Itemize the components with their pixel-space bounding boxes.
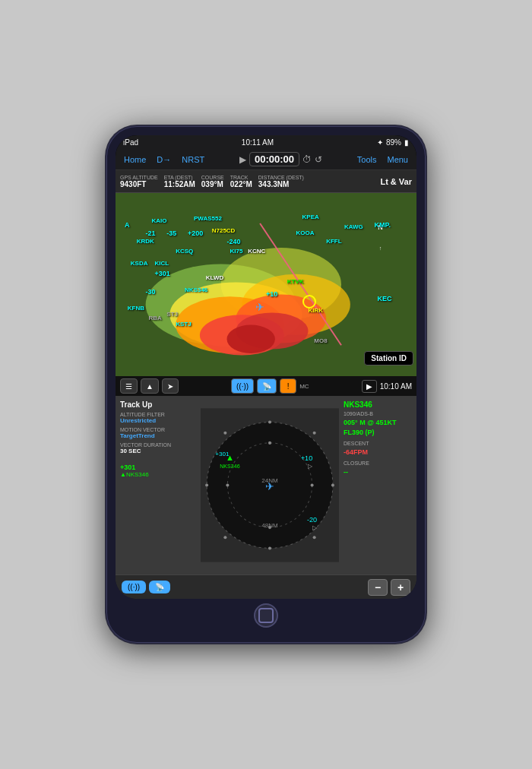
location-btn[interactable]: ➤: [162, 378, 179, 394]
svg-point-9: [227, 325, 275, 353]
map-bottom-bar: ☰ ▲ ➤ ((·)) 📡 ! MC ▶ 10:10 AM: [116, 376, 416, 396]
warn-map-btn[interactable]: !: [280, 378, 296, 394]
distance-value: 343.3NM: [258, 180, 290, 188]
svg-point-19: [226, 483, 229, 486]
motion-vector-label: MOTION VECTOR: [120, 427, 196, 432]
status-time: 10:11 AM: [242, 138, 274, 147]
svg-text:-20: -20: [307, 516, 317, 524]
home-nav-btn[interactable]: Home: [120, 153, 150, 166]
svg-point-25: [223, 432, 226, 435]
alt-label-left: A: [125, 221, 130, 229]
flight-data-bar: GPS ALTITUDE 9430FT ETA (DEST) 11:52AM C…: [116, 170, 416, 193]
station-id-badge[interactable]: Station ID: [364, 351, 413, 366]
altitude-filter-row: ALTITUDE FILTER Unrestricted: [120, 412, 196, 424]
motion-vector-row: MOTION VECTOR TargetTrend: [120, 427, 196, 439]
altitude-filter-label: ALTITUDE FILTER: [120, 412, 196, 417]
alt-label-30: -30: [146, 288, 156, 296]
home-button[interactable]: [254, 603, 278, 628]
bt-right: − +: [368, 579, 410, 596]
alt-label-301: +301: [154, 270, 169, 277]
target-id-left: +301: [120, 464, 135, 471]
home-button-inner: [258, 608, 274, 623]
track-up-label: Track Up: [120, 400, 196, 409]
wind-value: Lt & Var: [380, 177, 412, 186]
device-screen: iPad 10:11 AM ✦ 89% ▮ Home D→ NRST ▶ 00:…: [116, 135, 416, 599]
radar-target-label: +301 ▲NKS346: [120, 464, 196, 478]
alt-label-35: -35: [166, 229, 176, 237]
eta-item: ETA (DEST) 11:52AM: [164, 175, 195, 188]
vector-duration-value: 30 SEC: [120, 448, 196, 454]
zoom-plus-btn[interactable]: +: [391, 579, 410, 596]
closure-label: CLOSURE: [344, 460, 412, 466]
tower-btn[interactable]: 📡: [149, 581, 170, 593]
device-model: iPad: [123, 138, 138, 147]
gps-altitude-label: GPS ALTITUDE: [120, 175, 158, 180]
motion-vector-value: TargetTrend: [120, 432, 196, 439]
distance-item: DISTANCE (DEST) 343.3NM: [258, 175, 304, 188]
track-label: TRACK: [230, 175, 249, 180]
refresh-icon: ↺: [315, 154, 322, 165]
descent-label: DESCENT: [344, 441, 412, 446]
svg-point-27: [223, 536, 226, 539]
timer-area: ▶ 00:00:00 ⏱ ↺: [211, 152, 350, 166]
battery-percent: 89%: [386, 138, 401, 147]
eta-value: 11:52AM: [164, 180, 195, 188]
zoom-minus-btn[interactable]: −: [368, 579, 388, 596]
play-icon[interactable]: ▶: [239, 154, 246, 165]
descent-value: -64FPM: [344, 448, 412, 456]
adsb-map-btn[interactable]: ((·)): [231, 378, 254, 394]
bottom-toolbar: ((·)) 📡 − +: [116, 574, 416, 599]
alt-label-21: -21: [146, 229, 156, 237]
clock-icon: ⏱: [302, 154, 312, 165]
svg-point-21: [268, 421, 271, 424]
course-label: COURSE: [201, 175, 224, 180]
layers-btn[interactable]: ☰: [120, 378, 138, 394]
alt-label-kec: KEC: [378, 295, 392, 302]
vector-duration-row: VECTOR DURATION 30 SEC: [120, 442, 196, 454]
timer-display: 00:00:00: [249, 152, 299, 166]
map-time-text: 10:10 AM: [380, 382, 412, 391]
adsb-btn[interactable]: ((·)): [122, 581, 146, 593]
radar-display-area: Track Up ALTITUDE FILTER Unrestricted MO…: [116, 396, 416, 574]
svg-text:+10: +10: [301, 454, 312, 462]
svg-text:▷: ▷: [312, 524, 318, 531]
tower-map-btn[interactable]: 📡: [257, 378, 277, 394]
direct-nav-btn[interactable]: D→: [153, 153, 175, 166]
svg-point-17: [268, 441, 271, 445]
aircraft-id: NKS346: [344, 400, 412, 409]
nav-bar: Home D→ NRST ▶ 00:00:00 ⏱ ↺ Tools Menu: [116, 149, 416, 170]
transponder: 1090/ADS-B: [344, 411, 412, 416]
battery-icon: ▮: [404, 138, 409, 147]
vector-duration-label: VECTOR DURATION: [120, 442, 196, 448]
radar-circle-svg: 24NM 48NM ✈ ▲ NKS346 +301 -20 ▷ +10: [201, 400, 339, 570]
bt-left: ((·)) 📡: [122, 581, 170, 593]
bluetooth-icon: ✦: [377, 138, 383, 147]
alt-label-200: +200: [188, 229, 203, 237]
mc-label: MC: [299, 383, 309, 390]
distance-label: DISTANCE (DEST): [258, 175, 304, 180]
closure-value: --: [344, 468, 412, 476]
alt-label-240: -240: [227, 238, 241, 245]
bottom-section: Track Up ALTITUDE FILTER Unrestricted MO…: [116, 396, 416, 599]
menu-nav-btn[interactable]: Menu: [383, 153, 412, 166]
alt-label-kmp: KMP.: [375, 221, 391, 229]
right-panel: NKS346 1090/ADS-B 005° M @ 451KT FL390 (…: [344, 400, 412, 570]
ipad-device: iPad 10:11 AM ✦ 89% ▮ Home D→ NRST ▶ 00:…: [106, 126, 426, 643]
svg-text:48NM: 48NM: [261, 522, 278, 529]
svg-text:▷: ▷: [308, 463, 313, 470]
tools-nav-btn[interactable]: Tools: [353, 153, 381, 166]
kirk-circle: [302, 295, 316, 309]
gps-altitude-value: 9430FT: [120, 180, 146, 188]
nks346-label-left: ▲NKS346: [120, 471, 149, 478]
play-map-btn[interactable]: ▶: [362, 380, 377, 393]
svg-text:+301: +301: [215, 451, 230, 457]
mo8-label: MO8: [314, 337, 327, 344]
course-item: COURSE 039°M: [201, 175, 224, 188]
ac-bearing: 005° M @ 451KT: [344, 419, 412, 426]
up-btn[interactable]: ▲: [141, 378, 159, 394]
svg-text:✈: ✈: [255, 301, 264, 313]
map-area[interactable]: ✈ N ↑ KAIO KRDK KSDA KICL KFNB KCSQ KCNC…: [116, 193, 416, 396]
nearest-nav-btn[interactable]: NRST: [178, 153, 208, 166]
svg-point-23: [205, 483, 208, 486]
map-time-display: ▶ 10:10 AM: [362, 380, 412, 393]
